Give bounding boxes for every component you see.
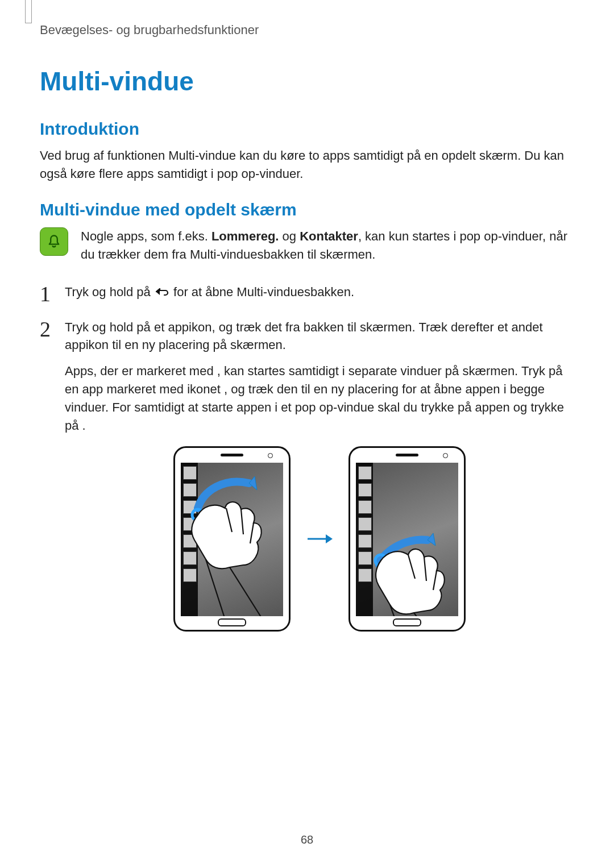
hand-gesture-icon [181,495,283,616]
svg-marker-4 [326,534,333,543]
tray-app-icon [358,466,372,480]
phone-speaker-icon [396,454,418,456]
phone-home-button-icon [218,618,246,626]
phone-home-button-icon [393,618,421,626]
page-number: 68 [301,833,313,846]
intro-paragraph: Ved brug af funktionen Multi-vindue kan … [40,147,574,183]
step-1-text-pre: Tryk og hold på [65,285,154,299]
step-2-paragraph-2: Apps, der er markeret med , kan startes … [65,362,574,435]
note-icon [40,227,68,256]
step-1-text-post: for at åbne Multi-vinduesbakken. [173,285,354,299]
steps-list: Tryk og hold på for at åbne Multi-vindue… [40,283,574,632]
step-2-paragraph-1: Tryk og hold på et appikon, og træk det … [65,318,574,355]
svg-marker-0 [156,288,160,295]
note-bold-2: Kontakter [300,229,358,243]
manual-page: Bevægelses- og brugbarhedsfunktioner Mul… [0,0,614,868]
back-icon [154,286,170,297]
arrow-right-icon [306,532,333,546]
note-callout: Nogle apps, som f.eks. Lommereg. og Kont… [40,227,574,264]
step-1-body: Tryk og hold på for at åbne Multi-vindue… [65,283,574,301]
section-heading-intro: Introduktion [40,119,574,139]
step-2: Tryk og hold på et appikon, og træk det … [40,318,574,632]
step-1: Tryk og hold på for at åbne Multi-vindue… [40,283,574,305]
tray-app-icon [358,483,372,497]
phone-screen [356,463,458,616]
note-text-mid: og [279,229,300,243]
figure-row [65,446,574,632]
phone-speaker-icon [221,454,243,456]
tray-app-icon [358,517,372,531]
phone-camera-icon [268,453,273,458]
bell-icon [46,234,62,250]
svg-marker-1 [249,476,257,490]
hand-gesture-icon [364,543,458,616]
section-heading-split: Multi-vindue med opdelt skærm [40,200,574,219]
phone-camera-icon [443,453,448,458]
page-title: Multi-vindue [40,66,574,97]
note-text: Nogle apps, som f.eks. Lommereg. og Kont… [81,227,574,264]
phone-screen [181,463,283,616]
tray-app-icon [358,500,372,514]
breadcrumb: Bevægelses- og brugbarhedsfunktioner [40,23,574,38]
step-2-body: Tryk og hold på et appikon, og træk det … [65,318,574,632]
page-tab-decoration [25,0,32,23]
figure-phone-right [349,446,466,632]
figure-phone-left [173,446,291,632]
note-text-pre: Nogle apps, som f.eks. [81,229,211,243]
note-bold-1: Lommereg. [211,229,279,243]
